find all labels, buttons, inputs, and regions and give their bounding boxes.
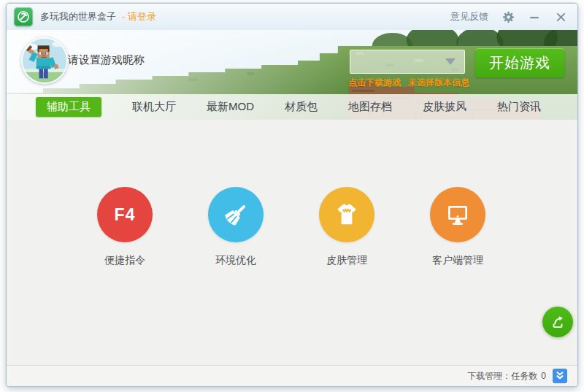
tab-hot-news[interactable]: 热门资讯: [497, 100, 541, 114]
app-window: 多玩我的世界盒子 - 请登录 意见反馈: [6, 3, 578, 387]
feedback-link[interactable]: 意见反馈: [450, 10, 488, 23]
tools-row: F4 便捷指令 环境优化: [96, 187, 487, 267]
quick-commands-button[interactable]: F4: [97, 187, 153, 242]
statusbar: 下载管理： 任务数 0: [7, 365, 577, 386]
client-manage-button[interactable]: [430, 187, 485, 242]
start-game-button[interactable]: 开始游戏: [475, 48, 564, 77]
double-chevron-down-icon: [555, 371, 565, 381]
tool-client-manage: 客户端管理: [429, 187, 487, 267]
brush-icon: [221, 200, 250, 229]
minimize-button[interactable]: [528, 10, 541, 23]
tasks-count: 0: [541, 371, 546, 381]
download-game-link[interactable]: 点击下载游戏: [348, 77, 401, 89]
header-banner: 请设置游戏昵称 点击下载游戏 未选择版本信息 开始游戏 辅助工具 联机大厅 最新…: [7, 30, 577, 120]
app-logo-pickaxe-icon: [14, 7, 33, 26]
version-select-dropdown[interactable]: [350, 50, 465, 74]
environment-optimize-button[interactable]: [208, 187, 264, 242]
avatar[interactable]: [21, 37, 68, 84]
skin-manage-button[interactable]: [319, 187, 374, 242]
nav-tabs: 辅助工具 联机大厅 最新MOD 材质包 地图存档 皮肤披风 热门资讯: [7, 94, 577, 120]
tool-skin-manage: 皮肤管理: [318, 187, 376, 267]
close-button[interactable]: [554, 10, 567, 23]
tab-multiplayer-hall[interactable]: 联机大厅: [132, 100, 176, 114]
tab-texture-packs[interactable]: 材质包: [285, 100, 318, 114]
tool-environment-optimize: 环境优化: [207, 187, 265, 267]
tshirt-icon: [332, 200, 361, 229]
tool-label: 皮肤管理: [326, 254, 367, 267]
steve-avatar-image: [23, 39, 66, 82]
monitor-icon: [443, 200, 472, 229]
titlebar: 多玩我的世界盒子 - 请登录 意见反馈: [7, 4, 577, 30]
tab-skins-capes[interactable]: 皮肤披风: [423, 100, 466, 114]
version-status-text: 未选择版本信息: [408, 77, 469, 89]
download-panel-toggle-button[interactable]: [553, 369, 567, 383]
tab-map-saves[interactable]: 地图存档: [348, 100, 392, 114]
tool-quick-commands: F4 便捷指令: [96, 187, 154, 267]
tool-label: 便捷指令: [104, 254, 145, 267]
f4-badge: F4: [115, 205, 136, 225]
main-content: F4 便捷指令 环境优化: [7, 120, 577, 366]
download-manager-label: 下载管理：: [467, 370, 511, 383]
nickname-label[interactable]: 请设置游戏昵称: [68, 53, 145, 67]
tool-label: 环境优化: [215, 254, 256, 267]
share-arrow-icon: [549, 313, 566, 331]
tab-assist-tools[interactable]: 辅助工具: [36, 97, 101, 117]
tasks-label: 任务数: [511, 370, 537, 383]
settings-gear-icon[interactable]: [502, 10, 515, 23]
tool-label: 客户端管理: [432, 254, 483, 267]
app-title: 多玩我的世界盒子: [40, 10, 116, 23]
tab-latest-mod[interactable]: 最新MOD: [207, 100, 254, 114]
chevron-down-icon: [445, 58, 456, 65]
launch-share-button[interactable]: [542, 307, 573, 337]
login-link[interactable]: - 请登录: [122, 10, 156, 23]
